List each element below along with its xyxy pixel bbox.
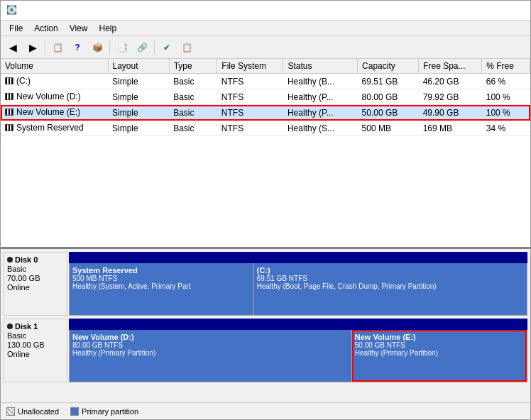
disk-row: Disk 0 Basic 70.00 GB Online System Rese… [4,252,527,316]
disk-name: Disk 1 [7,322,64,331]
table-row[interactable]: (C:) Simple Basic NTFS Healthy (B... 69.… [1,74,530,89]
cell-capacity: 80.00 GB [358,89,419,105]
cell-layout: Simple [108,74,169,89]
disk-stripe-icon [5,109,13,116]
disk-info-icon [7,257,13,262]
volume-name: System Reserved [16,123,84,133]
toolbar: ◀ ▶ 📋 ? 📦 📑 🔗 ✔ 📋 [1,36,530,59]
toolbar-properties[interactable]: 📋 [48,39,67,56]
disk-stripe-icon [5,77,13,84]
disk-type: Basic [7,265,64,273]
segment-size: 50.00 GB NTFS [355,341,524,349]
col-capacity: Capacity [358,59,419,74]
disk-segments: System Reserved 500 MB NTFS Healthy (Sys… [69,263,527,316]
disk-header-bar [69,319,527,330]
legend-bar: Unallocated Primary partition [1,402,530,419]
cell-volume: (C:) [1,74,108,89]
menu-help[interactable]: Help [94,22,123,34]
cell-freespace: 46.20 GB [419,74,482,89]
col-freespace: Free Spa... [419,59,482,74]
maximize-button[interactable] [493,4,508,18]
disk-segments: New Volume (D:) 80.00 GB NTFS Healthy (P… [69,330,527,382]
title-bar-left: 💽 [6,5,22,16]
table-row[interactable]: New Volume (E:) Simple Basic NTFS Health… [1,105,530,121]
volume-name: (C:) [16,76,31,86]
menu-file[interactable]: File [4,22,28,34]
cell-type: Basic [169,89,217,105]
col-type: Type [169,59,217,74]
segment-name: New Volume (E:) [355,333,524,341]
table-row[interactable]: System Reserved Simple Basic NTFS Health… [1,121,530,136]
legend-unallocated: Unallocated [6,407,59,416]
disk-info-icon [7,324,13,329]
cell-type: Basic [169,74,217,89]
disk-stripe-icon [5,93,13,100]
toolbar-help[interactable]: ? [68,39,87,56]
legend-box-primary [70,407,79,416]
volume-name: New Volume (D:) [16,92,81,101]
disk-panel: Disk 0 Basic 70.00 GB Online System Rese… [1,249,530,419]
cell-volume: New Volume (E:) [1,105,108,121]
disk-info: Disk 0 Basic 70.00 GB Online [4,252,67,316]
table-row[interactable]: New Volume (D:) Simple Basic NTFS Health… [1,89,530,105]
segment-size: 69.51 GB NTFS [257,275,524,282]
title-bar: 💽 [1,1,530,21]
disk-segment[interactable]: System Reserved 500 MB NTFS Healthy (Sys… [70,263,254,315]
cell-type: Basic [169,105,217,121]
cell-capacity: 500 MB [358,121,419,136]
cell-pctfree: 100 % [482,105,530,121]
col-layout: Layout [108,59,169,74]
cell-filesystem: NTFS [217,89,283,105]
volume-table: Volume Layout Type File System Status Ca… [1,59,530,136]
segment-status: Healthy (System, Active, Primary Part [72,282,251,290]
cell-pctfree: 100 % [482,89,530,105]
cell-filesystem: NTFS [217,74,283,89]
cell-status: Healthy (B... [283,74,358,89]
segment-status: Healthy (Boot, Page File, Crash Dump, Pr… [257,282,524,290]
legend-box-unallocated [6,407,15,416]
disk-stripe-icon [5,124,13,131]
col-status: Status [283,59,358,74]
disk-row: Disk 1 Basic 130.00 GB Online New Volume… [4,319,527,382]
segment-status: Healthy (Primary Partition) [355,349,524,357]
cell-volume: New Volume (D:) [1,89,108,105]
cell-freespace: 79.92 GB [419,89,482,105]
cell-filesystem: NTFS [217,105,283,121]
disk-size: 70.00 GB [7,274,64,282]
disk-info: Disk 1 Basic 130.00 GB Online [4,319,67,382]
close-button[interactable] [510,4,525,18]
table-header-row: Volume Layout Type File System Status Ca… [1,59,530,74]
menu-view[interactable]: View [64,22,94,34]
segment-name: New Volume (D:) [72,333,349,341]
legend-label-unallocated: Unallocated [18,407,59,416]
cell-freespace: 169 MB [419,121,482,136]
cell-volume: System Reserved [1,121,108,136]
disk-name-label: Disk 0 [15,255,38,264]
menu-bar: File Action View Help [1,21,530,36]
legend-label-primary: Primary partition [82,407,138,416]
toolbar-back[interactable]: ◀ [4,39,22,56]
cell-freespace: 49.90 GB [419,105,482,121]
col-pctfree: % Free [482,59,530,74]
cell-filesystem: NTFS [217,121,283,136]
toolbar-list[interactable]: 📋 [177,39,196,56]
minimize-button[interactable] [476,4,491,18]
cell-capacity: 50.00 GB [358,105,419,121]
toolbar-check[interactable]: ✔ [158,39,176,56]
legend-primary: Primary partition [70,407,138,416]
disk-panel-scroll[interactable]: Disk 0 Basic 70.00 GB Online System Rese… [1,249,530,402]
disk-type: Basic [7,331,64,340]
toolbar-action4[interactable]: 🔗 [133,39,151,56]
disk-segment[interactable]: New Volume (E:) 50.00 GB NTFS Healthy (P… [352,330,527,382]
toolbar-action2[interactable]: 📦 [88,39,106,56]
cell-pctfree: 66 % [482,74,530,89]
disk-segment[interactable]: New Volume (D:) 80.00 GB NTFS Healthy (P… [70,330,352,382]
toolbar-action3[interactable]: 📑 [113,39,131,56]
menu-action[interactable]: Action [28,22,63,34]
main-window: 💽 File Action View Help ◀ ▶ 📋 ? 📦 📑 🔗 ✔ … [0,0,531,420]
toolbar-forward[interactable]: ▶ [23,39,42,56]
cell-status: Healthy (P... [283,105,358,121]
segment-size: 80.00 GB NTFS [72,341,349,349]
disk-segment[interactable]: (C:) 69.51 GB NTFS Healthy (Boot, Page F… [254,263,527,315]
toolbar-separator-1 [45,40,45,55]
